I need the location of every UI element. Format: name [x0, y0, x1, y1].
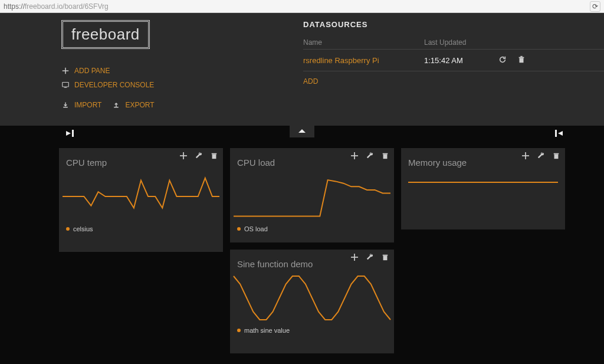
datasource-updated: 1:15:42 AM — [424, 56, 489, 65]
svg-rect-24 — [554, 153, 559, 155]
chart-cpu-load — [230, 170, 394, 223]
svg-rect-10 — [180, 155, 187, 156]
datasource-row: rsredline Raspberry Pi 1:15:42 AM — [303, 49, 604, 71]
legend: celsius — [59, 223, 223, 238]
pane-memory: Memory usage — [401, 148, 565, 229]
wrench-icon[interactable] — [537, 152, 545, 160]
column-3: Memory usage — [401, 148, 565, 353]
svg-rect-15 — [383, 154, 388, 159]
svg-rect-20 — [383, 255, 388, 256]
legend-label: celsius — [73, 225, 93, 232]
legend: OS load — [230, 223, 394, 238]
pane-cpu-load: CPU load OS load — [230, 148, 394, 242]
developer-console-label: DEVELOPER CONSOLE — [74, 81, 154, 89]
svg-rect-18 — [351, 257, 358, 258]
svg-rect-6 — [520, 56, 523, 57]
wrench-icon[interactable] — [366, 152, 374, 160]
legend-dot — [66, 227, 70, 231]
logo: freeboard — [61, 20, 150, 49]
url-protocol: https:// — [4, 2, 25, 11]
pane-add-icon[interactable] — [350, 152, 359, 160]
url-path: freeboard.io/board/6SFVrg — [25, 2, 109, 11]
legend-label: math sine value — [244, 327, 290, 334]
svg-rect-14 — [351, 155, 358, 156]
legend-dot — [237, 329, 241, 332]
console-icon — [61, 81, 70, 89]
svg-rect-23 — [554, 154, 559, 159]
legend-label: OS load — [244, 225, 268, 232]
developer-console-button[interactable]: DEVELOPER CONSOLE — [61, 81, 238, 89]
export-button[interactable]: EXPORT — [112, 101, 154, 109]
add-datasource-button[interactable]: ADD — [303, 77, 604, 86]
shrink-left-button[interactable] — [64, 129, 74, 137]
export-icon — [112, 101, 120, 109]
header-band: freeboard ADD PANE DEVELOPER CONSOLE IMP… — [0, 13, 604, 126]
expand-right-button[interactable] — [554, 129, 565, 137]
svg-rect-22 — [522, 155, 529, 156]
trash-icon[interactable] — [381, 253, 389, 261]
wrench-icon[interactable] — [366, 253, 374, 261]
datasource-name[interactable]: rsredline Raspberry Pi — [303, 56, 424, 65]
svg-rect-8 — [555, 130, 557, 137]
logo-text: freeboard — [71, 25, 140, 43]
datasources-panel: DATASOURCES Name Last Updated rsredline … — [303, 20, 604, 115]
browser-address-bar: https://freeboard.io/board/6SFVrg ⟳ — [0, 0, 604, 13]
import-label: IMPORT — [74, 101, 101, 109]
refresh-icon[interactable] — [498, 55, 508, 65]
svg-rect-16 — [383, 153, 388, 155]
svg-rect-1 — [63, 70, 69, 71]
legend: math sine value — [230, 324, 394, 340]
collapse-header-button[interactable] — [290, 126, 314, 137]
header-left: freeboard ADD PANE DEVELOPER CONSOLE IMP… — [61, 20, 238, 115]
add-pane-label: ADD PANE — [74, 67, 110, 75]
wrench-icon[interactable] — [195, 152, 203, 160]
export-label: EXPORT — [125, 101, 154, 109]
svg-rect-3 — [64, 87, 67, 88]
svg-rect-5 — [519, 57, 524, 58]
col-updated-header: Last Updated — [424, 38, 466, 47]
import-icon — [61, 101, 70, 109]
chart-memory — [401, 170, 565, 205]
pane-add-icon[interactable] — [179, 152, 188, 160]
svg-rect-11 — [212, 154, 216, 159]
add-pane-button[interactable]: ADD PANE — [61, 67, 238, 75]
pane-sine: Sine function demo math sine value — [230, 250, 394, 353]
svg-rect-19 — [383, 255, 388, 260]
pane-cpu-temp: CPU temp celsius — [59, 148, 223, 252]
svg-rect-4 — [520, 58, 524, 63]
pane-add-icon[interactable] — [521, 152, 530, 160]
svg-rect-12 — [212, 153, 217, 155]
toolbar-row — [0, 126, 604, 143]
reload-button[interactable]: ⟳ — [590, 1, 600, 12]
plus-icon — [61, 67, 70, 75]
chart-cpu-temp — [59, 170, 223, 223]
column-2: CPU load OS load Sine function demo math… — [230, 148, 394, 353]
trash-icon[interactable] — [210, 152, 218, 160]
pane-add-icon[interactable] — [350, 253, 359, 261]
dashboard: CPU temp celsius CPU load OS load — [0, 143, 604, 353]
svg-rect-7 — [72, 130, 74, 137]
col-name-header: Name — [303, 38, 424, 47]
svg-rect-2 — [63, 83, 69, 87]
datasources-header-row: Name Last Updated — [303, 38, 604, 47]
import-button[interactable]: IMPORT — [61, 101, 101, 109]
datasources-title: DATASOURCES — [303, 20, 604, 29]
chart-sine — [230, 271, 394, 324]
url-display: https://freeboard.io/board/6SFVrg — [4, 2, 590, 11]
trash-icon[interactable] — [517, 55, 527, 65]
trash-icon[interactable] — [552, 152, 560, 160]
trash-icon[interactable] — [381, 152, 389, 160]
legend-dot — [237, 227, 241, 231]
column-1: CPU temp celsius — [59, 148, 223, 353]
